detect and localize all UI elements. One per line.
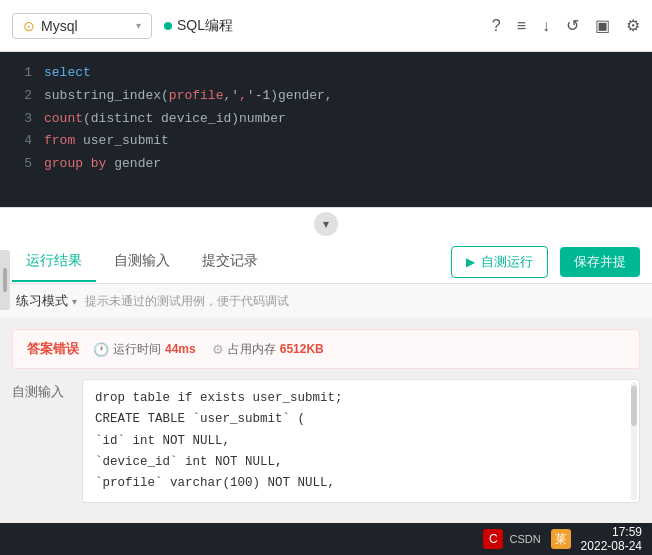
sql-label-text: SQL编程	[177, 17, 233, 35]
csdn-label: CSDN	[509, 533, 540, 545]
run-button[interactable]: ▶ 自测运行	[451, 246, 548, 278]
code-line-5: 5 group by gender	[0, 153, 652, 176]
code-content-4: from user_submit	[44, 131, 169, 152]
test-input-section: 自测输入 drop table if exists user_submit; C…	[0, 379, 652, 503]
error-stats: 🕐 运行时间 44ms ⚙ 占用内存 6512KB	[93, 341, 324, 358]
test-input-line-3: `id` int NOT NULL,	[95, 431, 621, 452]
error-badge: 答案错误	[27, 340, 79, 358]
tab-submit-history[interactable]: 提交记录	[188, 242, 272, 282]
code-line-2: 2 substring_index(profile,','-1)gender,	[0, 85, 652, 108]
test-input-label: 自测输入	[12, 379, 82, 503]
chevron-down-icon: ▾	[136, 20, 141, 31]
error-panel: 答案错误 🕐 运行时间 44ms ⚙ 占用内存 6512KB	[12, 329, 640, 369]
line-num-1: 1	[10, 63, 32, 84]
runtime-stat: 🕐 运行时间 44ms	[93, 341, 196, 358]
db-icon: ⊙	[23, 18, 35, 34]
db-selector[interactable]: ⊙ Mysql ▾	[12, 13, 152, 39]
test-input-line-5: `profile` varchar(100) NOT NULL,	[95, 473, 621, 494]
code-line-3: 3 count(distinct device_id)number	[0, 108, 652, 131]
time-display: 17:59	[581, 525, 642, 539]
code-content-5: group by gender	[44, 154, 161, 175]
test-input-code[interactable]: drop table if exists user_submit; CREATE…	[82, 379, 640, 503]
play-icon: ▶	[466, 255, 475, 269]
practice-bar: 练习模式 ▾ 提示未通过的测试用例，便于代码调试	[0, 284, 652, 319]
practice-mode-label[interactable]: 练习模式 ▾	[16, 292, 77, 310]
practice-label-text: 练习模式	[16, 292, 68, 310]
test-input-line-1: drop table if exists user_submit;	[95, 388, 621, 409]
csdn-icon: C	[483, 529, 503, 549]
db-name: Mysql	[41, 18, 130, 34]
toolbar: ⊙ Mysql ▾ SQL编程 ? ≡ ↓ ↺ ▣ ⚙	[0, 0, 652, 52]
scrollbar-track[interactable]	[631, 382, 637, 500]
toolbar-icons: ? ≡ ↓ ↺ ▣ ⚙	[492, 16, 640, 35]
side-indicator-dot	[3, 268, 7, 292]
save-button[interactable]: 保存并提	[560, 247, 640, 277]
side-panel-indicator[interactable]	[0, 250, 10, 310]
run-button-label: 自测运行	[481, 253, 533, 271]
download-icon[interactable]: ↓	[542, 17, 550, 35]
sql-label: SQL编程	[164, 17, 233, 35]
code-line-1: 1 select	[0, 62, 652, 85]
help-icon[interactable]: ?	[492, 17, 501, 35]
taskbar: C CSDN 莱 17:59 2022-08-24	[0, 523, 652, 555]
line-num-5: 5	[10, 154, 32, 175]
code-line-4: 4 from user_submit	[0, 130, 652, 153]
practice-arrow-icon: ▾	[72, 296, 77, 307]
clock-icon: 🕐	[93, 342, 109, 357]
list-icon[interactable]: ≡	[517, 17, 526, 35]
line-num-2: 2	[10, 86, 32, 107]
test-input-row: 自测输入 drop table if exists user_submit; C…	[12, 379, 640, 503]
refresh-icon[interactable]: ↺	[566, 16, 579, 35]
tab-run-result[interactable]: 运行结果	[12, 242, 96, 282]
line-num-4: 4	[10, 131, 32, 152]
line-num-3: 3	[10, 109, 32, 130]
layout-icon[interactable]: ▣	[595, 16, 610, 35]
code-content-2: substring_index(profile,','-1)gender,	[44, 86, 333, 107]
expand-arrow-icon: ▾	[314, 212, 338, 236]
save-button-label: 保存并提	[574, 253, 626, 271]
tab-bar: 运行结果 自测输入 提交记录 ▶ 自测运行 保存并提	[0, 240, 652, 284]
code-content-1: select	[44, 63, 91, 84]
code-content-3: count(distinct device_id)number	[44, 109, 286, 130]
memory-stat: ⚙ 占用内存 6512KB	[212, 341, 324, 358]
date-display: 2022-08-24	[581, 539, 642, 553]
practice-hint: 提示未通过的测试用例，便于代码调试	[85, 293, 289, 310]
scrollbar-thumb[interactable]	[631, 386, 637, 426]
user-icon: 莱	[551, 529, 571, 549]
test-input-line-2: CREATE TABLE `user_submit` (	[95, 409, 621, 430]
taskbar-user: 莱	[551, 529, 571, 549]
taskbar-clock: 17:59 2022-08-24	[581, 525, 642, 553]
test-input-line-4: `device_id` int NOT NULL,	[95, 452, 621, 473]
sql-dot	[164, 22, 172, 30]
code-editor[interactable]: 1 select 2 substring_index(profile,','-1…	[0, 52, 652, 207]
taskbar-csdn: C CSDN	[483, 529, 540, 549]
runtime-label: 运行时间	[113, 341, 161, 358]
runtime-value: 44ms	[165, 342, 196, 356]
memory-label: 占用内存	[228, 341, 276, 358]
expand-button[interactable]: ▾	[0, 207, 652, 240]
gear-icon[interactable]: ⚙	[626, 16, 640, 35]
memory-value: 6512KB	[280, 342, 324, 356]
tab-test-input[interactable]: 自测输入	[100, 242, 184, 282]
memory-icon: ⚙	[212, 342, 224, 357]
